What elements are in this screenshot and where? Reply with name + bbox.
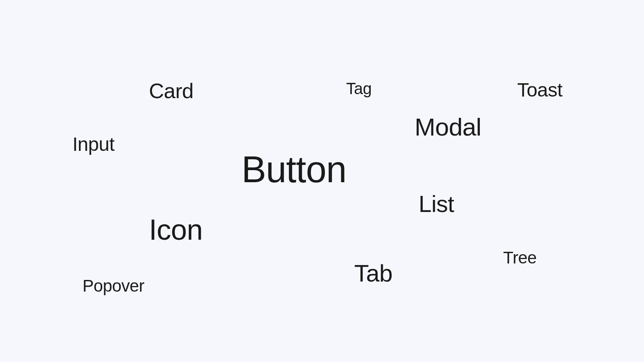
wordcloud-word-button: Button xyxy=(242,151,346,188)
wordcloud-word-modal: Modal xyxy=(415,115,481,140)
wordcloud-word-card: Card xyxy=(149,80,194,101)
wordcloud-word-input: Input xyxy=(72,135,114,154)
wordcloud-word-tab: Tab xyxy=(354,261,392,286)
wordcloud-word-tag: Tag xyxy=(346,80,372,97)
wordcloud-word-icon: Icon xyxy=(149,215,202,244)
wordcloud-word-popover: Popover xyxy=(83,278,144,294)
wordcloud-word-tree: Tree xyxy=(503,249,537,266)
wordcloud-word-toast: Toast xyxy=(517,80,562,100)
wordcloud-word-list: List xyxy=(419,192,454,216)
